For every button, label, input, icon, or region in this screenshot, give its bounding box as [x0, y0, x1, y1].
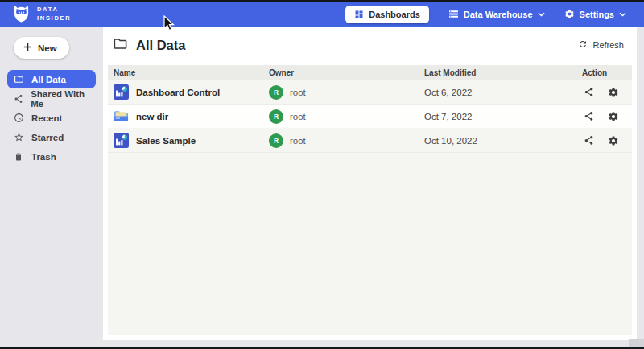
dashboard-file-icon [114, 133, 129, 148]
new-button[interactable]: New [14, 37, 69, 59]
sidebar-item-shared-with-me[interactable]: Shared With Me [7, 89, 96, 108]
database-icon [448, 9, 459, 19]
file-name: new dir [136, 112, 168, 121]
sidebar-item-starred[interactable]: Starred [7, 128, 96, 146]
owner-avatar: R [269, 85, 283, 100]
sidebar-item-recent[interactable]: Recent [7, 109, 96, 127]
table-row[interactable]: Sales Sample R root Oct 10, 2022 [108, 129, 632, 153]
star-icon [13, 132, 24, 142]
refresh-label: Refresh [592, 40, 624, 50]
chevron-down-icon [538, 12, 545, 17]
folder-file-icon [114, 109, 129, 124]
owner-name: root [290, 136, 306, 146]
sidebar-item-all-data[interactable]: All Data [7, 70, 96, 88]
owner-name: root [290, 88, 306, 97]
app-logo: DATA INSIDER [12, 6, 71, 23]
app-window: DATA INSIDER Dashboards Data W [0, 0, 644, 349]
nav-settings-label: Settings [580, 10, 614, 19]
sidebar: New All Data Shared With Me [0, 27, 103, 340]
sidebar-item-label: Trash [31, 152, 56, 162]
plus-icon [23, 43, 32, 53]
nav-dashboards-label: Dashboards [369, 10, 420, 19]
app-bar: DATA INSIDER Dashboards Data W [0, 2, 644, 27]
owner-avatar: R [269, 133, 283, 148]
dashboard-file-icon [114, 84, 129, 100]
table-header: Name Owner Last Modified Action [108, 65, 632, 80]
share-icon [13, 94, 23, 104]
page-title: All Data [136, 38, 185, 53]
app-body: New All Data Shared With Me [0, 27, 644, 340]
logo-text: DATA INSIDER [37, 6, 71, 23]
owner-avatar: R [269, 109, 283, 124]
nav-dashboards[interactable]: Dashboards [345, 6, 429, 23]
column-header-last-modified: Last Modified [424, 68, 582, 77]
sidebar-item-label: Recent [31, 113, 62, 123]
gear-icon [564, 9, 575, 19]
gear-icon[interactable] [608, 135, 619, 146]
sidebar-list: All Data Shared With Me Recent [0, 70, 103, 166]
table-body: Dashboard Control R root Oct 6, 2022 [108, 80, 632, 153]
sidebar-item-label: Starred [31, 133, 64, 142]
column-header-owner: Owner [269, 68, 424, 77]
share-icon[interactable] [584, 87, 594, 97]
owl-logo-icon [12, 6, 31, 23]
refresh-icon [578, 39, 588, 51]
nav-data-warehouse-label: Data Warehouse [464, 10, 533, 19]
share-icon[interactable] [584, 135, 594, 146]
chevron-down-icon [619, 12, 626, 17]
sidebar-item-trash[interactable]: Trash [7, 147, 96, 166]
dashboard-icon [354, 10, 364, 19]
clock-icon [13, 113, 24, 123]
top-nav: Dashboards Data Warehouse [345, 6, 626, 23]
file-table: Name Owner Last Modified Action [108, 65, 632, 335]
main-header: All Data Refresh [103, 27, 637, 64]
table-row[interactable]: Dashboard Control R root Oct 6, 2022 [108, 80, 632, 105]
last-modified-date: Oct 10, 2022 [424, 136, 582, 146]
trash-icon [13, 152, 24, 162]
file-name: Dashboard Control [136, 88, 220, 97]
table-row[interactable]: new dir R root Oct 7, 2022 [108, 105, 632, 129]
folder-icon [13, 74, 24, 84]
new-button-label: New [38, 43, 57, 53]
owner-name: root [290, 112, 306, 121]
column-header-name: Name [108, 68, 269, 77]
share-icon[interactable] [584, 111, 594, 121]
gear-icon[interactable] [608, 87, 619, 98]
sidebar-item-label: Shared With Me [31, 89, 96, 109]
last-modified-date: Oct 6, 2022 [424, 88, 582, 97]
gear-icon[interactable] [608, 111, 619, 122]
scrollbar-corner[interactable] [629, 339, 644, 347]
folder-icon [113, 36, 128, 55]
sidebar-item-label: All Data [31, 75, 66, 84]
refresh-button[interactable]: Refresh [578, 39, 624, 51]
last-modified-date: Oct 7, 2022 [424, 112, 582, 121]
main-pane: All Data Refresh Name Owner Last Modifie… [103, 27, 637, 340]
file-name: Sales Sample [136, 136, 196, 146]
column-header-action: Action [582, 68, 632, 77]
nav-settings[interactable]: Settings [564, 9, 626, 19]
nav-data-warehouse[interactable]: Data Warehouse [448, 9, 545, 19]
